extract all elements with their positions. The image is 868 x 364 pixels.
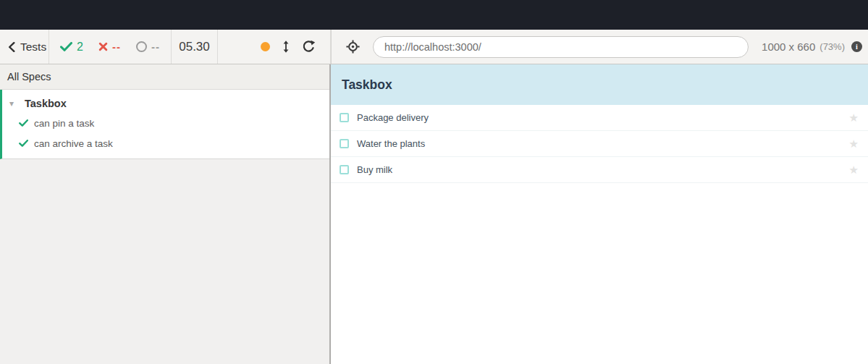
pin-star-icon[interactable]: ★ bbox=[849, 112, 859, 123]
chevron-down-icon: ▾ bbox=[9, 98, 20, 109]
viewport-scale-label: (73%) bbox=[819, 41, 845, 52]
selector-playground-button[interactable] bbox=[346, 40, 360, 54]
task-row: Buy milk ★ bbox=[331, 157, 868, 183]
toolbar-controls bbox=[218, 30, 331, 64]
circle-icon bbox=[136, 41, 147, 52]
test-label: can pin a task bbox=[34, 118, 94, 129]
suite-title: Taskbox bbox=[25, 98, 67, 109]
app-header: Taskbox bbox=[331, 64, 868, 105]
task-checkbox[interactable] bbox=[340, 113, 349, 122]
stat-failed: -- bbox=[98, 41, 121, 53]
browser-top-bar bbox=[0, 0, 868, 30]
test-timer: 05.30 bbox=[172, 30, 218, 64]
info-icon[interactable]: i bbox=[851, 41, 862, 52]
specs-panel: All Specs ▾ Taskbox can pin a task can a… bbox=[0, 64, 329, 364]
task-checkbox[interactable] bbox=[340, 165, 349, 174]
task-row: Package delivery ★ bbox=[331, 105, 868, 131]
address-bar-section: http://localhost:3000/ 1000 x 660 (73%) … bbox=[331, 30, 868, 64]
runner-toolbar: Tests 2 -- -- 05.30 bbox=[0, 30, 868, 64]
pin-star-icon[interactable]: ★ bbox=[849, 138, 859, 149]
passed-count: 2 bbox=[77, 41, 83, 54]
pin-star-icon[interactable]: ★ bbox=[849, 164, 859, 175]
check-icon bbox=[60, 42, 72, 51]
task-checkbox[interactable] bbox=[340, 139, 349, 148]
refresh-icon bbox=[302, 40, 316, 54]
failed-count: -- bbox=[112, 41, 121, 53]
task-row: Water the plants ★ bbox=[331, 131, 868, 157]
test-row[interactable]: can archive a task bbox=[2, 133, 329, 153]
x-icon bbox=[98, 42, 108, 51]
suite-card: ▾ Taskbox can pin a task can archive a t… bbox=[0, 90, 329, 159]
task-label: Water the plants bbox=[357, 138, 425, 149]
all-specs-header: All Specs bbox=[0, 64, 329, 90]
stat-passed: 2 bbox=[60, 41, 83, 54]
auto-scroll-indicator-dot bbox=[261, 42, 270, 51]
test-row[interactable]: can pin a task bbox=[2, 113, 329, 133]
chevron-left-icon bbox=[8, 42, 15, 52]
stat-pending: -- bbox=[136, 41, 160, 53]
suite-toggle-row[interactable]: ▾ Taskbox bbox=[2, 93, 329, 113]
test-stats: 2 -- -- bbox=[49, 30, 172, 64]
task-label: Buy milk bbox=[357, 164, 392, 175]
up-down-arrow-icon bbox=[282, 41, 290, 53]
auto-scroll-toggle-button[interactable] bbox=[282, 41, 290, 53]
check-icon bbox=[19, 119, 28, 127]
task-label: Package delivery bbox=[357, 112, 429, 123]
back-button-label: Tests bbox=[20, 41, 46, 54]
url-input[interactable]: http://localhost:3000/ bbox=[373, 36, 749, 58]
specs-panel-empty-space bbox=[0, 159, 329, 364]
app-under-test: Taskbox Package delivery ★ Water the pla… bbox=[331, 64, 868, 364]
viewport-size-label: 1000 x 660 bbox=[762, 41, 815, 53]
check-icon bbox=[19, 140, 28, 147]
restart-tests-button[interactable] bbox=[302, 40, 316, 54]
crosshair-icon bbox=[346, 40, 360, 54]
main-area: All Specs ▾ Taskbox can pin a task can a… bbox=[0, 64, 868, 364]
app-empty-space bbox=[331, 183, 868, 364]
pending-count: -- bbox=[151, 41, 160, 53]
app-title: Taskbox bbox=[342, 77, 392, 93]
test-label: can archive a task bbox=[34, 138, 113, 149]
back-to-tests-button[interactable]: Tests bbox=[0, 30, 49, 64]
